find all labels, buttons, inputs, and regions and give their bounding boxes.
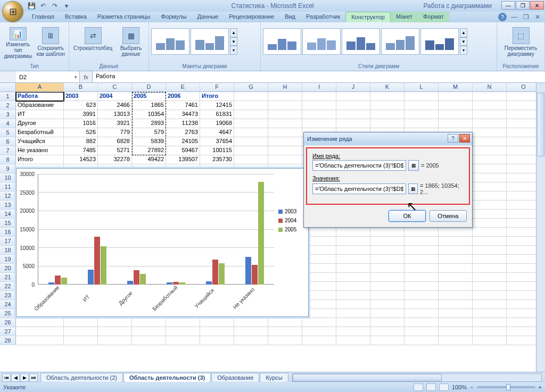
cell[interactable] xyxy=(268,146,302,155)
cell[interactable] xyxy=(473,201,507,210)
cell[interactable] xyxy=(234,110,268,119)
col-header[interactable]: L xyxy=(404,83,439,91)
cell[interactable]: Безработный xyxy=(16,128,64,137)
select-data-button[interactable]: ▦Выбрать данные xyxy=(115,24,146,61)
embedded-chart[interactable]: 050001000015000200002500030000 Образован… xyxy=(16,168,309,317)
row-header[interactable]: 10 xyxy=(0,173,16,182)
cell[interactable] xyxy=(473,119,507,128)
cell[interactable]: Работа xyxy=(16,92,64,101)
sheet-tab[interactable]: Образование xyxy=(211,373,259,382)
sheet-tab[interactable]: Курсы xyxy=(260,373,288,382)
tab-developer[interactable]: Разработчик xyxy=(301,12,345,22)
chart-bar[interactable] xyxy=(252,265,258,285)
cell[interactable] xyxy=(439,119,473,128)
chart-bar[interactable] xyxy=(61,278,67,285)
ok-button[interactable]: ОК xyxy=(389,210,426,222)
cell[interactable] xyxy=(370,282,404,291)
col-header[interactable]: B xyxy=(64,83,98,91)
cell[interactable] xyxy=(336,282,370,291)
tab-format[interactable]: Формат xyxy=(418,12,449,22)
switch-row-col-button[interactable]: ⇄Строка/столбец xyxy=(71,24,114,61)
cell[interactable]: 623 xyxy=(64,101,98,110)
doc-close-button[interactable]: ✕ xyxy=(533,13,542,21)
chart-layouts-gallery[interactable]: ▲▼▾ xyxy=(151,24,237,59)
cell[interactable] xyxy=(404,110,439,119)
cell[interactable] xyxy=(64,336,98,345)
cell[interactable]: 579 xyxy=(132,128,166,137)
cell[interactable] xyxy=(473,300,507,309)
minimize-button[interactable]: — xyxy=(501,1,515,10)
page-break-view-button[interactable] xyxy=(439,383,449,391)
cell[interactable]: 235730 xyxy=(200,155,234,164)
save-template-button[interactable]: 🗎Сохранить как шаблон xyxy=(35,24,67,61)
cell[interactable]: 2763 xyxy=(166,128,200,137)
fx-icon[interactable]: fx xyxy=(80,71,93,82)
cell[interactable] xyxy=(268,128,302,137)
tab-nav-first-icon[interactable]: ⏮ xyxy=(2,373,11,382)
row-header[interactable]: 18 xyxy=(0,246,16,255)
cell[interactable] xyxy=(166,327,200,336)
cell[interactable] xyxy=(370,327,404,336)
cell[interactable] xyxy=(234,101,268,110)
chart-bar[interactable] xyxy=(127,281,133,285)
cell[interactable] xyxy=(473,128,507,137)
cell[interactable] xyxy=(439,318,473,327)
row-header[interactable]: 27 xyxy=(0,327,16,336)
cell[interactable] xyxy=(268,327,302,336)
cell[interactable] xyxy=(473,246,507,255)
cell[interactable] xyxy=(473,336,507,345)
cell[interactable] xyxy=(439,282,473,291)
cell[interactable] xyxy=(473,137,507,146)
cell[interactable] xyxy=(98,336,132,345)
office-button[interactable]: ⊞ xyxy=(2,1,23,22)
row-header[interactable]: 15 xyxy=(0,219,16,228)
gal-more-icon[interactable]: ▾ xyxy=(460,46,467,55)
tab-home[interactable]: Главная xyxy=(27,12,60,22)
chart-styles-gallery[interactable]: ▲▼▾ xyxy=(263,24,467,59)
cell[interactable] xyxy=(473,327,507,336)
cell[interactable]: 59467 xyxy=(166,146,200,155)
cell[interactable] xyxy=(302,336,336,345)
cell[interactable] xyxy=(404,264,439,273)
cell[interactable] xyxy=(234,336,268,345)
cell[interactable] xyxy=(404,255,439,264)
cell[interactable]: 10354 xyxy=(132,110,166,119)
row-header[interactable]: 11 xyxy=(0,182,16,191)
style-item[interactable] xyxy=(420,28,459,55)
cell[interactable] xyxy=(370,264,404,273)
gal-more-icon[interactable]: ▾ xyxy=(230,46,237,55)
cell[interactable]: Другое xyxy=(16,119,64,128)
chart-bar[interactable] xyxy=(258,182,264,285)
cell[interactable] xyxy=(473,273,507,282)
dialog-close-button[interactable]: ✕ xyxy=(459,134,470,143)
cell[interactable]: 61831 xyxy=(200,110,234,119)
tab-review[interactable]: Рецензирование xyxy=(224,12,279,22)
name-box[interactable]: D2 xyxy=(16,71,80,82)
row-header[interactable]: 20 xyxy=(0,264,16,273)
col-header[interactable]: H xyxy=(268,83,302,91)
col-header[interactable]: M xyxy=(439,83,473,91)
cell[interactable] xyxy=(439,110,473,119)
cell[interactable] xyxy=(370,273,404,282)
row-header[interactable]: 14 xyxy=(0,210,16,219)
series-name-input[interactable] xyxy=(312,160,406,171)
cell[interactable] xyxy=(336,318,370,327)
cell[interactable]: 2004 xyxy=(98,92,132,101)
cell[interactable] xyxy=(370,101,404,110)
cell[interactable] xyxy=(336,92,370,101)
horizontal-scrollbar[interactable] xyxy=(292,373,542,382)
cell[interactable] xyxy=(404,327,439,336)
cell[interactable] xyxy=(439,291,473,300)
cell[interactable]: 37654 xyxy=(200,137,234,146)
sheet-tab[interactable]: Область деятельности (2) xyxy=(40,373,123,382)
cell[interactable] xyxy=(404,101,439,110)
cell[interactable] xyxy=(336,101,370,110)
row-header[interactable]: 13 xyxy=(0,201,16,210)
cell[interactable] xyxy=(473,282,507,291)
tab-page-layout[interactable]: Разметка страницы xyxy=(92,12,156,22)
cell[interactable] xyxy=(473,92,507,101)
tab-design[interactable]: Конструктор xyxy=(345,12,391,22)
cell[interactable] xyxy=(473,146,507,155)
cell[interactable] xyxy=(336,300,370,309)
cell[interactable] xyxy=(234,146,268,155)
